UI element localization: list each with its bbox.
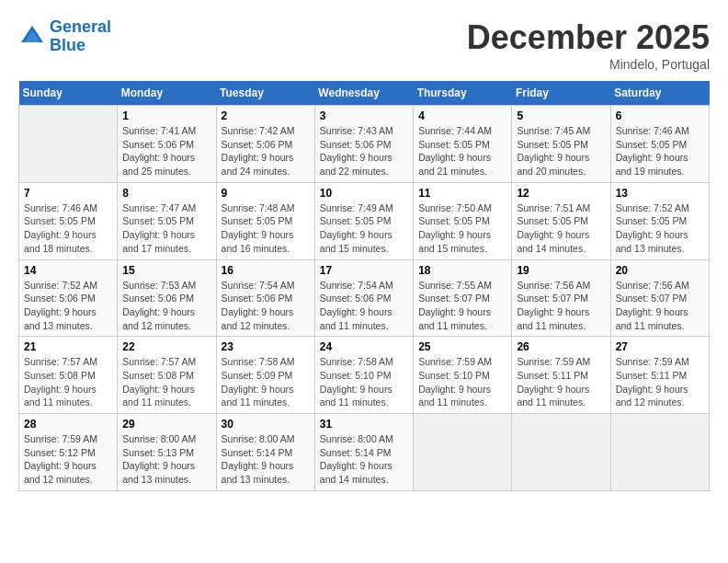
- day-info: Sunrise: 7:41 AM Sunset: 5:06 PM Dayligh…: [122, 124, 210, 178]
- day-info: Sunrise: 7:49 AM Sunset: 5:05 PM Dayligh…: [320, 201, 408, 256]
- day-info: Sunrise: 7:43 AM Sunset: 5:06 PM Dayligh…: [320, 124, 408, 178]
- day-number: 12: [517, 187, 605, 200]
- calendar-cell: 30Sunrise: 8:00 AM Sunset: 5:14 PM Dayli…: [216, 414, 314, 491]
- calendar-cell: 31Sunrise: 8:00 AM Sunset: 5:14 PM Dayli…: [314, 414, 413, 491]
- weekday-header-row: SundayMondayTuesdayWednesdayThursdayFrid…: [19, 81, 710, 106]
- calendar-cell: [512, 414, 610, 491]
- day-number: 19: [517, 264, 605, 277]
- calendar-cell: 22Sunrise: 7:57 AM Sunset: 5:08 PM Dayli…: [118, 337, 216, 414]
- day-info: Sunrise: 7:52 AM Sunset: 5:05 PM Dayligh…: [616, 201, 704, 256]
- calendar-cell: 2Sunrise: 7:42 AM Sunset: 5:06 PM Daylig…: [216, 106, 314, 183]
- calendar-cell: [19, 106, 118, 183]
- weekday-header-monday: Monday: [118, 81, 216, 106]
- calendar-cell: 11Sunrise: 7:50 AM Sunset: 5:05 PM Dayli…: [414, 182, 512, 259]
- day-info: Sunrise: 7:46 AM Sunset: 5:05 PM Dayligh…: [24, 201, 112, 256]
- calendar-cell: 6Sunrise: 7:46 AM Sunset: 5:05 PM Daylig…: [610, 106, 709, 183]
- weekday-header-thursday: Thursday: [414, 81, 512, 106]
- day-number: 7: [24, 187, 112, 200]
- calendar-cell: 8Sunrise: 7:47 AM Sunset: 5:05 PM Daylig…: [118, 182, 216, 259]
- calendar-cell: 29Sunrise: 8:00 AM Sunset: 5:13 PM Dayli…: [118, 414, 216, 491]
- calendar-week-row: 21Sunrise: 7:57 AM Sunset: 5:08 PM Dayli…: [19, 337, 710, 414]
- logo-icon: [18, 23, 46, 51]
- location-subtitle: Mindelo, Portugal: [467, 57, 710, 72]
- calendar-cell: 13Sunrise: 7:52 AM Sunset: 5:05 PM Dayli…: [610, 182, 709, 259]
- calendar-cell: 18Sunrise: 7:55 AM Sunset: 5:07 PM Dayli…: [414, 259, 512, 337]
- calendar-body: 1Sunrise: 7:41 AM Sunset: 5:06 PM Daylig…: [19, 106, 710, 491]
- day-info: Sunrise: 7:56 AM Sunset: 5:07 PM Dayligh…: [616, 279, 704, 333]
- month-title: December 2025: [467, 18, 710, 57]
- day-number: 21: [24, 340, 112, 353]
- day-number: 10: [320, 187, 408, 200]
- day-info: Sunrise: 7:56 AM Sunset: 5:07 PM Dayligh…: [517, 279, 605, 333]
- calendar-table: SundayMondayTuesdayWednesdayThursdayFrid…: [18, 81, 710, 491]
- calendar-cell: 1Sunrise: 7:41 AM Sunset: 5:06 PM Daylig…: [118, 106, 216, 183]
- calendar-cell: 15Sunrise: 7:53 AM Sunset: 5:06 PM Dayli…: [118, 259, 216, 337]
- day-number: 4: [418, 109, 506, 122]
- day-info: Sunrise: 7:44 AM Sunset: 5:05 PM Dayligh…: [418, 124, 506, 178]
- day-info: Sunrise: 7:54 AM Sunset: 5:06 PM Dayligh…: [320, 279, 408, 333]
- day-number: 22: [122, 340, 210, 353]
- calendar-cell: 20Sunrise: 7:56 AM Sunset: 5:07 PM Dayli…: [610, 259, 709, 337]
- day-info: Sunrise: 7:57 AM Sunset: 5:08 PM Dayligh…: [122, 355, 210, 409]
- calendar-cell: 19Sunrise: 7:56 AM Sunset: 5:07 PM Dayli…: [512, 259, 610, 337]
- day-number: 15: [122, 264, 210, 277]
- calendar-cell: 5Sunrise: 7:45 AM Sunset: 5:05 PM Daylig…: [512, 106, 610, 183]
- day-info: Sunrise: 7:50 AM Sunset: 5:05 PM Dayligh…: [418, 201, 506, 256]
- day-info: Sunrise: 7:52 AM Sunset: 5:06 PM Dayligh…: [24, 279, 112, 333]
- calendar-week-row: 1Sunrise: 7:41 AM Sunset: 5:06 PM Daylig…: [19, 106, 710, 183]
- day-info: Sunrise: 7:59 AM Sunset: 5:10 PM Dayligh…: [418, 355, 506, 409]
- day-info: Sunrise: 7:59 AM Sunset: 5:12 PM Dayligh…: [24, 432, 112, 487]
- day-info: Sunrise: 7:59 AM Sunset: 5:11 PM Dayligh…: [517, 355, 605, 409]
- logo: General Blue: [18, 18, 111, 55]
- day-info: Sunrise: 7:45 AM Sunset: 5:05 PM Dayligh…: [517, 124, 605, 178]
- calendar-cell: 3Sunrise: 7:43 AM Sunset: 5:06 PM Daylig…: [314, 106, 413, 183]
- day-number: 3: [320, 109, 408, 122]
- calendar-cell: 10Sunrise: 7:49 AM Sunset: 5:05 PM Dayli…: [314, 182, 413, 259]
- calendar-cell: 28Sunrise: 7:59 AM Sunset: 5:12 PM Dayli…: [19, 414, 118, 491]
- day-number: 8: [122, 187, 210, 200]
- calendar-cell: 27Sunrise: 7:59 AM Sunset: 5:11 PM Dayli…: [610, 337, 709, 414]
- weekday-header-tuesday: Tuesday: [216, 81, 314, 106]
- day-info: Sunrise: 7:47 AM Sunset: 5:05 PM Dayligh…: [122, 201, 210, 256]
- day-number: 1: [122, 109, 210, 122]
- weekday-header-friday: Friday: [512, 81, 610, 106]
- day-number: 9: [222, 187, 310, 200]
- calendar-cell: 4Sunrise: 7:44 AM Sunset: 5:05 PM Daylig…: [414, 106, 512, 183]
- day-number: 2: [222, 109, 310, 122]
- day-number: 14: [24, 264, 112, 277]
- day-info: Sunrise: 8:00 AM Sunset: 5:14 PM Dayligh…: [320, 432, 408, 487]
- page-header: General Blue December 2025 Mindelo, Port…: [18, 18, 710, 72]
- day-number: 5: [517, 109, 605, 122]
- day-number: 17: [320, 264, 408, 277]
- calendar-cell: 23Sunrise: 7:58 AM Sunset: 5:09 PM Dayli…: [216, 337, 314, 414]
- calendar-cell: 9Sunrise: 7:48 AM Sunset: 5:05 PM Daylig…: [216, 182, 314, 259]
- day-info: Sunrise: 8:00 AM Sunset: 5:13 PM Dayligh…: [122, 432, 210, 487]
- day-info: Sunrise: 7:58 AM Sunset: 5:10 PM Dayligh…: [320, 355, 408, 409]
- day-info: Sunrise: 7:48 AM Sunset: 5:05 PM Dayligh…: [222, 201, 310, 256]
- day-info: Sunrise: 7:51 AM Sunset: 5:05 PM Dayligh…: [517, 201, 605, 256]
- weekday-header-wednesday: Wednesday: [314, 81, 413, 106]
- day-number: 27: [616, 340, 704, 353]
- calendar-cell: [610, 414, 709, 491]
- day-number: 24: [320, 340, 408, 353]
- day-number: 13: [616, 187, 704, 200]
- day-number: 29: [122, 418, 210, 431]
- calendar-cell: 12Sunrise: 7:51 AM Sunset: 5:05 PM Dayli…: [512, 182, 610, 259]
- logo-line2: Blue: [50, 36, 85, 54]
- weekday-header-sunday: Sunday: [19, 81, 118, 106]
- calendar-header: SundayMondayTuesdayWednesdayThursdayFrid…: [19, 81, 710, 106]
- day-number: 31: [320, 418, 408, 431]
- day-info: Sunrise: 7:54 AM Sunset: 5:06 PM Dayligh…: [222, 279, 310, 333]
- day-number: 6: [616, 109, 704, 122]
- day-info: Sunrise: 7:42 AM Sunset: 5:06 PM Dayligh…: [222, 124, 310, 178]
- day-number: 26: [517, 340, 605, 353]
- day-number: 16: [222, 264, 310, 277]
- day-info: Sunrise: 8:00 AM Sunset: 5:14 PM Dayligh…: [222, 432, 310, 487]
- day-number: 25: [418, 340, 506, 353]
- day-info: Sunrise: 7:57 AM Sunset: 5:08 PM Dayligh…: [24, 355, 112, 409]
- calendar-week-row: 7Sunrise: 7:46 AM Sunset: 5:05 PM Daylig…: [19, 182, 710, 259]
- day-number: 11: [418, 187, 506, 200]
- day-info: Sunrise: 7:55 AM Sunset: 5:07 PM Dayligh…: [418, 279, 506, 333]
- calendar-cell: 24Sunrise: 7:58 AM Sunset: 5:10 PM Dayli…: [314, 337, 413, 414]
- day-info: Sunrise: 7:53 AM Sunset: 5:06 PM Dayligh…: [122, 279, 210, 333]
